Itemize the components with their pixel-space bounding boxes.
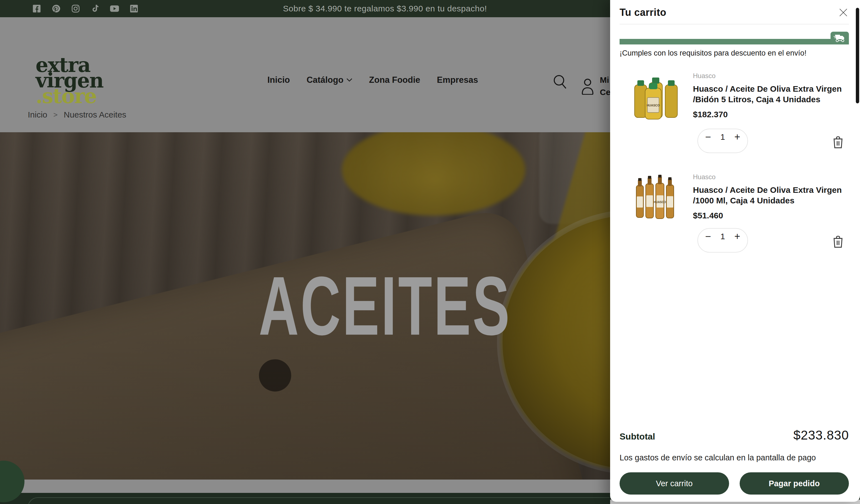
close-icon	[838, 8, 848, 17]
quantity-value: 1	[720, 232, 725, 241]
item-vendor: Huasco	[693, 173, 849, 181]
item-title[interactable]: Huasco / Aceite De Oliva Extra Virgen /1…	[693, 185, 849, 206]
quantity-stepper: − 1 +	[698, 228, 748, 253]
youtube-icon[interactable]	[110, 4, 119, 13]
breadcrumb-separator: >	[53, 111, 58, 119]
promo-message: Sobre $ 34.990 te regalamos $3.990 en tu…	[283, 0, 487, 17]
increase-quantity-button[interactable]: +	[734, 231, 740, 242]
shipping-progress	[619, 39, 849, 44]
main-nav: Inicio Catálogo Zona Foodie Empresas	[268, 75, 478, 85]
cart-item: HUASCO Huasco Huasco / Aceite De Oliva E…	[619, 72, 849, 122]
item-title[interactable]: Huasco / Aceite De Oliva Extra Virgen /B…	[693, 84, 849, 105]
cart-title: Tu carrito	[619, 7, 666, 18]
item-controls: − 1 +	[619, 228, 849, 253]
trash-icon	[833, 136, 843, 149]
breadcrumb-home[interactable]: Inicio	[28, 110, 47, 119]
close-cart-button[interactable]	[838, 7, 849, 18]
nav-item-zona-foodie[interactable]: Zona Foodie	[369, 75, 420, 85]
logo-line-3: .store	[35, 88, 103, 104]
decrease-quantity-button[interactable]: −	[705, 132, 711, 142]
nav-item-catalogo[interactable]: Catálogo	[306, 75, 353, 85]
hero-title: ACEITES	[259, 258, 512, 354]
remove-item-button[interactable]	[833, 136, 843, 149]
view-cart-button[interactable]: Ver carrito	[619, 472, 729, 494]
chevron-down-icon	[346, 78, 353, 82]
quantity-value: 1	[720, 132, 725, 142]
product-image-botella-1000ml[interactable]: HUASCO	[619, 173, 684, 221]
item-vendor: Huasco	[693, 72, 849, 80]
subtotal-value: $233.830	[793, 428, 849, 443]
linkedin-icon[interactable]	[130, 4, 139, 13]
item-price: $51.460	[693, 211, 849, 220]
divider	[619, 24, 849, 25]
product-image-bidon-5l[interactable]: HUASCO	[619, 72, 684, 122]
footer-card-outline	[28, 497, 695, 504]
search-icon[interactable]	[553, 74, 567, 90]
store-logo[interactable]: extra virgen .store	[35, 57, 103, 104]
svg-text:HUASCO: HUASCO	[654, 201, 666, 204]
breadcrumb: Inicio > Nuestros Aceites	[28, 110, 126, 119]
nav-item-inicio[interactable]: Inicio	[268, 75, 290, 85]
truck-icon	[831, 32, 849, 44]
cart-item: HUASCO Huasco Huasco / Aceite De Oliva E…	[619, 173, 849, 221]
item-price: $182.370	[693, 110, 849, 119]
quantity-stepper: − 1 +	[698, 129, 748, 153]
svg-text:HUASCO: HUASCO	[646, 104, 660, 107]
nav-item-empresas[interactable]: Empresas	[437, 75, 478, 85]
remove-item-button[interactable]	[833, 235, 843, 249]
decrease-quantity-button[interactable]: −	[705, 231, 711, 242]
shipping-progress-bar	[619, 39, 849, 44]
page: Sobre $ 34.990 te regalamos $3.990 en tu…	[0, 0, 860, 504]
tiktok-icon[interactable]	[91, 4, 100, 13]
checkout-button[interactable]: Pagar pedido	[740, 472, 849, 494]
facebook-icon[interactable]	[32, 4, 41, 13]
social-links	[32, 0, 139, 17]
shipping-note: Los gastos de envío se calculan en la pa…	[619, 453, 849, 462]
instagram-icon[interactable]	[71, 4, 80, 13]
vertical-scrollbar-thumb[interactable]	[856, 8, 859, 103]
user-icon	[580, 77, 596, 95]
increase-quantity-button[interactable]: +	[734, 132, 740, 142]
shipping-message: ¡Cumples con los requisitos para descuen…	[619, 49, 849, 58]
breadcrumb-current: Nuestros Aceites	[64, 110, 126, 119]
item-controls: − 1 +	[619, 129, 849, 153]
pinterest-icon[interactable]	[52, 4, 61, 13]
subtotal-label: Subtotal	[619, 431, 655, 442]
cart-drawer: Tu carrito ¡Cumples con los requisitos p…	[610, 0, 860, 502]
trash-icon	[833, 235, 843, 248]
